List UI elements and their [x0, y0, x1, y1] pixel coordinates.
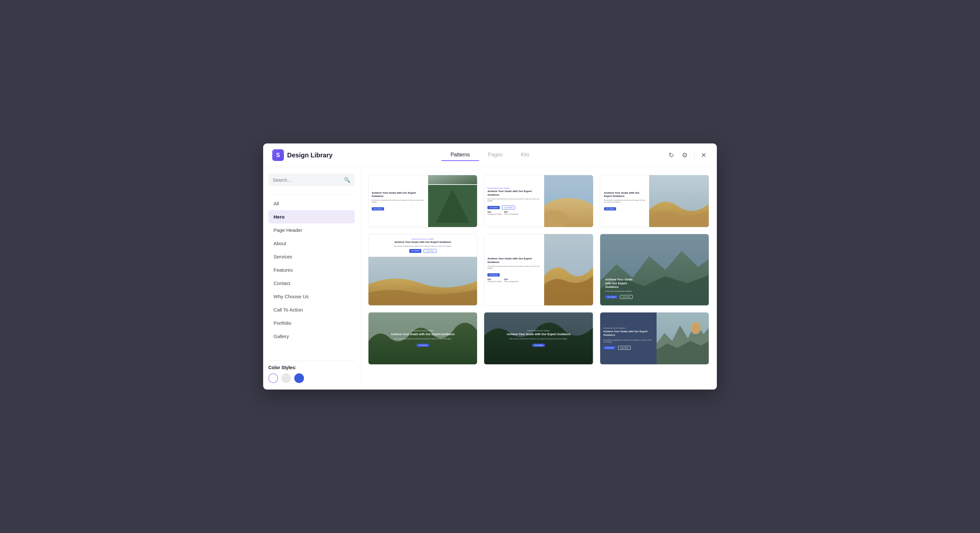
preview-headline-4: Achieve Your Goals with Our Expert Guida…	[373, 241, 473, 244]
sidebar-item-contact[interactable]: Contact	[268, 276, 355, 290]
content-area: Achieve Your Goals with Our Expert Guida…	[360, 167, 717, 390]
color-circle-outline[interactable]	[268, 373, 278, 383]
tab-patterns[interactable]: Patterns	[441, 149, 479, 161]
sidebar-item-services[interactable]: Services	[268, 250, 355, 263]
color-styles-label: Color Styles:	[268, 365, 355, 370]
pattern-preview-4: Empowering Success Together Achieve Your…	[369, 234, 477, 305]
tab-pages[interactable]: Pages	[479, 149, 512, 161]
refresh-button[interactable]: ↻	[667, 150, 675, 160]
sidebar-item-all[interactable]: All	[268, 197, 355, 210]
pattern-preview-6: Achieve Your Goals with Our Expert Guida…	[600, 234, 709, 305]
sidebar-item-page-header[interactable]: Page Header	[268, 224, 355, 237]
brand-icon: S	[272, 149, 284, 161]
pattern-preview-9: Empowering Success Together Achieve Your…	[600, 313, 709, 364]
sidebar-divider-top	[268, 194, 355, 194]
preview-btn-7: Get Started	[417, 344, 429, 347]
pattern-preview-7: Empowering Success Together Achieve Your…	[369, 313, 477, 364]
preview-sub-1: We provide comprehensive solutions and s…	[372, 199, 425, 203]
preview-btn-6a: Get Started	[605, 295, 618, 298]
gear-icon: ⚙	[682, 151, 688, 159]
search-input[interactable]	[273, 178, 344, 182]
preview-badge-4: Empowering Success Together	[373, 238, 473, 240]
preview-headline-2: Achieve Your Goals with Our Expert Guida…	[487, 190, 541, 197]
svg-point-16	[692, 324, 699, 332]
search-icon: 🔍	[344, 177, 350, 183]
preview-desert-2	[544, 175, 593, 227]
close-icon: ✕	[701, 151, 706, 159]
pattern-card-9[interactable]: Empowering Success Together Achieve Your…	[600, 312, 709, 365]
preview-sub-2: We provide comprehensive solutions and s…	[487, 198, 541, 202]
preview-btn-5a: Get Started	[487, 273, 500, 276]
preview-headline-5: Achieve Your Goals with Our Expert Guida…	[487, 257, 541, 264]
preview-btn-9b: Learn More	[618, 346, 631, 350]
color-circles	[268, 373, 355, 383]
pattern-card-8[interactable]: Empowering Success Together Achieve Your…	[484, 312, 593, 365]
design-library-modal: S Design Library Patterns Pages Kits ↻ ⚙…	[263, 143, 717, 390]
pattern-preview-8: Empowering Success Together Achieve Your…	[484, 313, 593, 364]
sidebar-item-why-choose-us[interactable]: Why Choose Us	[268, 290, 355, 303]
brand-title: Design Library	[287, 152, 332, 159]
pattern-card-7[interactable]: Empowering Success Together Achieve Your…	[368, 312, 477, 365]
patterns-grid: Achieve Your Goals with Our Expert Guida…	[368, 175, 709, 365]
preview-btn-2a: Get Started	[487, 206, 500, 209]
settings-button[interactable]: ⚙	[681, 150, 689, 160]
preview-btn-4a: Get Started	[409, 249, 422, 253]
sidebar-divider-bottom	[268, 361, 355, 361]
sidebar-item-hero[interactable]: Hero	[268, 210, 355, 224]
sidebar-item-portfolio[interactable]: Portfolio	[268, 316, 355, 330]
preview-headline-1: Achieve Your Goals with Our Expert Guida…	[372, 191, 425, 198]
modal-header: S Design Library Patterns Pages Kits ↻ ⚙…	[263, 143, 717, 167]
stat-1: 4.8 Average user rating	[487, 211, 502, 215]
pattern-card-6[interactable]: Achieve Your Goals with Our Expert Guida…	[600, 234, 709, 306]
pattern-preview-3: Achieve Your Goals with Our Expert Guida…	[600, 175, 709, 227]
preview-desert-wide-3	[649, 175, 709, 227]
pattern-card-3[interactable]: Achieve Your Goals with Our Expert Guida…	[600, 175, 709, 227]
tab-bar: Patterns Pages Kits	[417, 149, 563, 161]
sidebar-item-features[interactable]: Features	[268, 263, 355, 276]
modal-overlay: S Design Library Patterns Pages Kits ↻ ⚙…	[0, 0, 980, 533]
sidebar-item-call-to-action[interactable]: Call To Action	[268, 303, 355, 316]
color-circle-blue[interactable]	[294, 373, 304, 383]
preview-img-forest-top	[428, 175, 477, 184]
preview-sub-4: We provide comprehensive solutions and s…	[373, 245, 473, 247]
preview-btn-9a: Get Started	[603, 346, 616, 349]
pattern-preview-5: Achieve Your Goals with Our Expert Guida…	[484, 234, 593, 305]
pattern-card-4[interactable]: Empowering Success Together Achieve Your…	[368, 234, 477, 306]
pattern-preview-1: Achieve Your Goals with Our Expert Guida…	[369, 175, 477, 227]
pattern-preview-2: Empowering Success Together Achieve Your…	[484, 175, 593, 227]
modal-body: 🔍 All Hero Page Header About Services Fe…	[263, 167, 717, 390]
sidebar-item-gallery[interactable]: Gallery	[268, 330, 355, 343]
header-actions: ↻ ⚙ ✕	[563, 150, 708, 160]
sidebar: 🔍 All Hero Page Header About Services Fe…	[263, 167, 360, 390]
sidebar-item-about[interactable]: About	[268, 237, 355, 250]
preview-btn-1: Get Started	[372, 207, 384, 211]
stat-5a: 4.8 Average user rating	[487, 278, 502, 282]
stat-2: 2x+ Years of experience	[504, 211, 519, 215]
pattern-card-5[interactable]: Achieve Your Goals with Our Expert Guida…	[484, 234, 593, 306]
preview-badge-2: Empowering Success Together	[487, 187, 541, 189]
refresh-icon: ↻	[668, 151, 674, 159]
close-button[interactable]: ✕	[700, 150, 708, 160]
preview-btn-3: Get Started	[604, 207, 616, 211]
preview-img-forest-bottom	[428, 185, 477, 227]
pattern-card-2[interactable]: Empowering Success Together Achieve Your…	[484, 175, 593, 227]
preview-sub-5: We provide comprehensive solutions and s…	[487, 265, 541, 269]
preview-headline-3: Achieve Your Goals with Our Expert Guida…	[604, 191, 645, 198]
preview-btn-8: Get Started	[533, 344, 545, 347]
preview-btn-4b: Learn More	[423, 249, 436, 253]
header-divider	[694, 151, 695, 159]
color-styles-section: Color Styles:	[268, 355, 355, 383]
stat-5b: 2x+ Years of experience	[504, 278, 519, 282]
tab-kits[interactable]: Kits	[512, 149, 539, 161]
stats-row-2: 4.8 Average user rating 2x+ Years of exp…	[487, 211, 541, 215]
pattern-card-1[interactable]: Achieve Your Goals with Our Expert Guida…	[368, 175, 477, 227]
preview-btn-6b: Learn More	[620, 295, 633, 299]
brand-section: S Design Library	[272, 149, 417, 161]
search-box[interactable]: 🔍	[268, 174, 355, 186]
color-circle-gray[interactable]	[281, 373, 291, 383]
preview-sub-3: We provide comprehensive solutions and s…	[604, 199, 645, 203]
stats-row-5: 4.8 Average user rating 2x+ Years of exp…	[487, 278, 541, 282]
preview-btn-2b: Learn More	[502, 206, 515, 209]
